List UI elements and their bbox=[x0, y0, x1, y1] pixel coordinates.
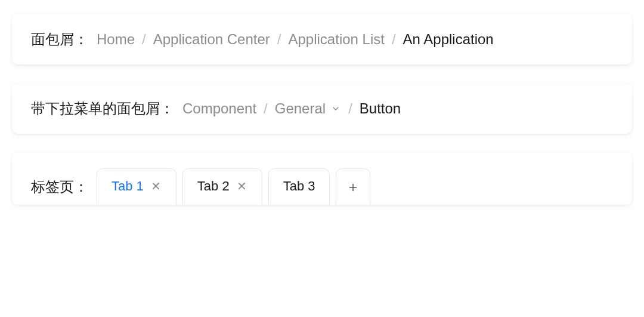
breadcrumb-dropdown-section-label: 带下拉菜单的面包屑： bbox=[31, 99, 174, 118]
tabs-card: 标签页： Tab 1 ✕ Tab 2 ✕ Tab 3 ＋ bbox=[12, 153, 632, 205]
tab-label: Tab 2 bbox=[197, 178, 230, 194]
close-icon[interactable]: ✕ bbox=[151, 181, 162, 192]
chevron-down-icon bbox=[330, 103, 341, 114]
breadcrumb-section-label: 面包屑： bbox=[31, 30, 88, 49]
tab-label: Tab 3 bbox=[283, 178, 315, 194]
tabs-section-label: 标签页： bbox=[31, 177, 88, 196]
plus-icon: ＋ bbox=[346, 177, 360, 196]
breadcrumb-item-general-dropdown[interactable]: General bbox=[275, 100, 341, 117]
breadcrumb-separator: / bbox=[348, 100, 352, 117]
breadcrumb-separator: / bbox=[142, 31, 146, 48]
breadcrumb-card: 面包屑： Home / Application Center / Applica… bbox=[12, 14, 632, 64]
breadcrumb-separator: / bbox=[277, 31, 281, 48]
breadcrumb-separator: / bbox=[264, 100, 268, 117]
breadcrumb-item-application-list[interactable]: Application List bbox=[289, 31, 385, 48]
breadcrumb-dropdown-label: General bbox=[275, 100, 326, 117]
breadcrumb-item-current: An Application bbox=[403, 31, 494, 48]
tab-3[interactable]: Tab 3 bbox=[268, 168, 330, 205]
tab-2[interactable]: Tab 2 ✕ bbox=[182, 168, 262, 205]
breadcrumb-separator: / bbox=[392, 31, 396, 48]
breadcrumb-item-home[interactable]: Home bbox=[97, 31, 135, 48]
breadcrumb-with-dropdown: Component / General / Button bbox=[182, 100, 401, 117]
breadcrumb-item-application-center[interactable]: Application Center bbox=[153, 31, 270, 48]
tabs-container: Tab 1 ✕ Tab 2 ✕ Tab 3 ＋ bbox=[97, 168, 370, 205]
close-icon[interactable]: ✕ bbox=[237, 181, 247, 192]
breadcrumb-item-component[interactable]: Component bbox=[182, 100, 256, 117]
tab-1[interactable]: Tab 1 ✕ bbox=[97, 168, 177, 205]
breadcrumb: Home / Application Center / Application … bbox=[97, 31, 494, 48]
add-tab-button[interactable]: ＋ bbox=[336, 168, 370, 205]
breadcrumb-item-current: Button bbox=[360, 100, 401, 117]
tab-label: Tab 1 bbox=[112, 178, 144, 194]
breadcrumb-dropdown-card: 带下拉菜单的面包屑： Component / General / Button bbox=[12, 84, 632, 134]
